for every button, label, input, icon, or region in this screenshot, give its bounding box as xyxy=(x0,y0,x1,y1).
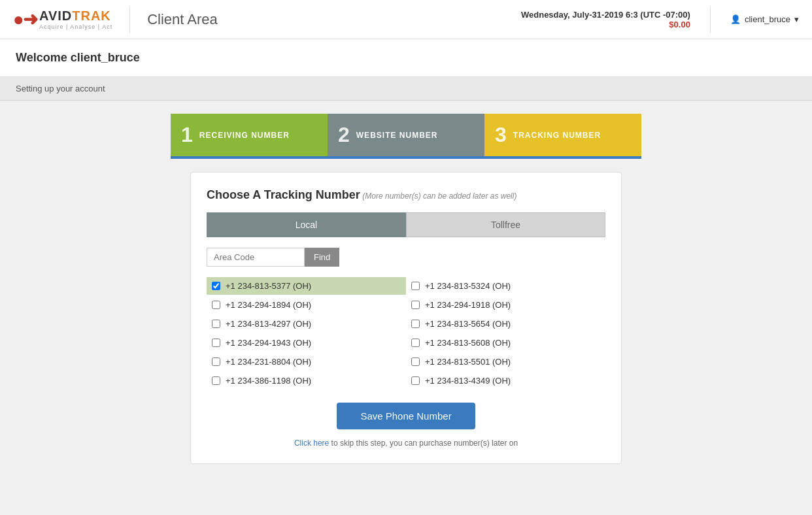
step-3-num: 3 xyxy=(495,123,507,147)
phone-number-checkbox[interactable] xyxy=(411,357,420,366)
balance-display: $0.00 xyxy=(521,20,690,29)
page-title: Client Area xyxy=(147,11,218,28)
phone-number-label: +1 234-813-5608 (OH) xyxy=(425,338,511,348)
phone-number-label: +1 234-813-4349 (OH) xyxy=(425,376,511,386)
tab-tollfree[interactable]: Tollfree xyxy=(406,212,605,237)
logo-trak: TRAK xyxy=(72,8,111,23)
phone-number-checkbox[interactable] xyxy=(212,339,220,347)
area-code-input[interactable] xyxy=(207,248,305,267)
phone-number-label: +1 234-294-1894 (OH) xyxy=(226,300,311,310)
phone-number-checkbox[interactable] xyxy=(411,320,420,328)
phone-number-checkbox[interactable] xyxy=(411,376,420,385)
logo: ●➜ AVIDTRAK Acquire | Analyse | Act xyxy=(13,8,112,30)
phone-number-item[interactable]: +1 234-813-5608 (OH) xyxy=(406,334,605,352)
phone-number-checkbox[interactable] xyxy=(212,357,220,366)
phone-number-item[interactable]: +1 234-813-5324 (OH) xyxy=(406,277,605,295)
card-title: Choose A Tracking Number xyxy=(207,188,360,201)
step-3[interactable]: 3 TRACKING NUMBER xyxy=(484,114,641,156)
content-area: Setting up your account 1 RECEIVING NUMB… xyxy=(0,77,812,490)
phone-numbers-grid: +1 234-813-5377 (OH)+1 234-813-5324 (OH)… xyxy=(207,277,605,390)
phone-number-checkbox[interactable] xyxy=(212,301,220,309)
user-icon: 👤 xyxy=(730,14,741,24)
phone-number-item[interactable]: +1 234-813-5654 (OH) xyxy=(406,315,605,333)
steps-bar: 1 RECEIVING NUMBER 2 WEBSITE NUMBER 3 TR… xyxy=(171,114,641,156)
header: ●➜ AVIDTRAK Acquire | Analyse | Act Clie… xyxy=(0,0,812,39)
phone-number-item[interactable]: +1 234-813-4297 (OH) xyxy=(207,315,406,333)
logo-avid: AVID xyxy=(39,8,72,23)
phone-number-label: +1 234-813-4297 (OH) xyxy=(226,319,311,329)
skip-text: Click here to skip this step, you can pu… xyxy=(207,439,605,448)
step-2[interactable]: 2 WEBSITE NUMBER xyxy=(328,114,484,156)
phone-number-label: +1 234-294-1918 (OH) xyxy=(425,300,511,310)
step-1-label: RECEIVING NUMBER xyxy=(199,131,290,140)
card-subtitle: (More number(s) can be added later as we… xyxy=(362,191,516,201)
phone-number-item[interactable]: +1 234-386-1198 (OH) xyxy=(207,372,406,390)
username-label: client_bruce xyxy=(745,14,790,24)
logo-text: AVIDTRAK Acquire | Analyse | Act xyxy=(39,8,112,30)
dropdown-icon: ▾ xyxy=(794,14,799,24)
phone-number-label: +1 234-294-1943 (OH) xyxy=(226,338,311,348)
tracking-number-card: Choose A Tracking Number (More number(s)… xyxy=(190,172,622,464)
section-title: Setting up your account xyxy=(16,84,105,93)
skip-text-suffix: to skip this step, you can purchase numb… xyxy=(329,439,518,448)
number-type-tabs: Local Tollfree xyxy=(207,212,605,237)
phone-number-checkbox[interactable] xyxy=(411,282,420,290)
phone-number-label: +1 234-813-5377 (OH) xyxy=(226,281,311,291)
phone-number-item[interactable]: +1 234-813-5377 (OH) xyxy=(207,277,406,295)
phone-number-item[interactable]: +1 234-231-8804 (OH) xyxy=(207,353,406,371)
header-info: Wednesday, July-31-2019 6:3 (UTC -07:00)… xyxy=(521,10,690,29)
header-left: ●➜ AVIDTRAK Acquire | Analyse | Act Clie… xyxy=(13,7,218,33)
steps-underline xyxy=(171,156,641,159)
datetime-display: Wednesday, July-31-2019 6:3 (UTC -07:00) xyxy=(521,10,690,20)
phone-number-checkbox[interactable] xyxy=(212,376,220,385)
phone-number-checkbox[interactable] xyxy=(411,301,420,309)
steps-progress xyxy=(171,156,328,159)
phone-number-checkbox[interactable] xyxy=(212,320,220,328)
phone-number-label: +1 234-813-5654 (OH) xyxy=(425,319,511,329)
welcome-bar: Welcome client_bruce xyxy=(0,39,812,77)
header-divider-2 xyxy=(710,7,711,33)
phone-number-checkbox[interactable] xyxy=(212,282,220,290)
phone-number-item[interactable]: +1 234-294-1894 (OH) xyxy=(207,296,406,314)
tab-local[interactable]: Local xyxy=(207,212,406,237)
user-menu[interactable]: 👤 client_bruce ▾ xyxy=(730,14,799,24)
step-2-label: WEBSITE NUMBER xyxy=(356,131,438,140)
phone-number-checkbox[interactable] xyxy=(411,339,420,347)
header-right-wrap: Wednesday, July-31-2019 6:3 (UTC -07:00)… xyxy=(521,7,799,33)
logo-icon: ●➜ xyxy=(13,8,37,30)
section-header: Setting up your account xyxy=(0,77,812,101)
steps-container: 1 RECEIVING NUMBER 2 WEBSITE NUMBER 3 TR… xyxy=(0,101,812,490)
phone-number-item[interactable]: +1 234-294-1918 (OH) xyxy=(406,296,605,314)
phone-number-item[interactable]: +1 234-294-1943 (OH) xyxy=(207,334,406,352)
phone-number-label: +1 234-813-5324 (OH) xyxy=(425,281,511,291)
logo-tagline: Acquire | Analyse | Act xyxy=(39,24,112,30)
step-1[interactable]: 1 RECEIVING NUMBER xyxy=(171,114,328,156)
save-button-wrap: Save Phone Number xyxy=(207,403,605,429)
save-phone-number-button[interactable]: Save Phone Number xyxy=(337,403,475,429)
find-button[interactable]: Find xyxy=(305,248,339,267)
area-code-search: Find xyxy=(207,248,337,267)
logo-wordmark: AVIDTRAK xyxy=(39,8,112,24)
skip-link[interactable]: Click here xyxy=(294,439,329,448)
step-2-num: 2 xyxy=(338,123,350,147)
header-divider xyxy=(129,7,130,33)
step-3-label: TRACKING NUMBER xyxy=(513,131,601,140)
phone-number-label: +1 234-386-1198 (OH) xyxy=(226,376,311,386)
card-header: Choose A Tracking Number (More number(s)… xyxy=(207,188,605,202)
welcome-heading: Welcome client_bruce xyxy=(16,51,796,65)
phone-number-item[interactable]: +1 234-813-4349 (OH) xyxy=(406,372,605,390)
step-1-num: 1 xyxy=(181,123,193,147)
phone-number-label: +1 234-231-8804 (OH) xyxy=(226,357,311,367)
phone-number-item[interactable]: +1 234-813-5501 (OH) xyxy=(406,353,605,371)
phone-number-label: +1 234-813-5501 (OH) xyxy=(425,357,511,367)
